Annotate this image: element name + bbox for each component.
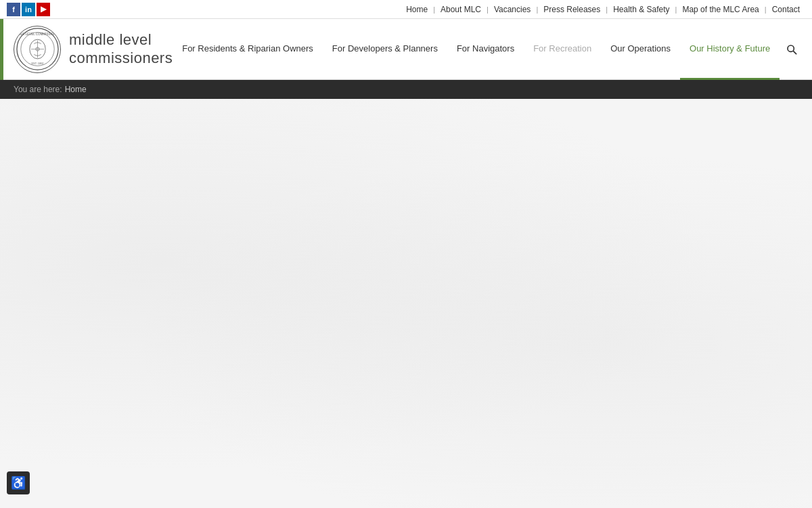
- top-link-contact[interactable]: Contact: [767, 5, 805, 14]
- facebook-icon[interactable]: f: [7, 3, 20, 16]
- nav-history[interactable]: Our History & Future: [680, 19, 780, 80]
- nav-recreation[interactable]: For Recreation: [524, 19, 601, 80]
- svg-text:MIDDLE LEVEL COMMISSIONERS: MIDDLE LEVEL COMMISSIONERS: [16, 33, 60, 36]
- top-link-map[interactable]: Map of the MLC Area: [677, 5, 764, 14]
- main-content: [0, 99, 812, 508]
- svg-line-9: [794, 51, 796, 54]
- bg-watermark: [0, 99, 812, 508]
- top-bar: f in ▶ Home | About MLC | Vacancies | Pr…: [0, 0, 812, 19]
- logo-text: middle level commissioners: [69, 31, 173, 67]
- top-links: Home | About MLC | Vacancies | Press Rel…: [401, 5, 805, 14]
- top-link-health[interactable]: Health & Safety: [608, 5, 675, 14]
- accessibility-icon: ♿: [11, 475, 26, 490]
- search-icon[interactable]: [780, 19, 804, 80]
- logo-line1: middle level: [69, 31, 173, 49]
- nav-residents[interactable]: For Residents & Riparian Owners: [173, 19, 323, 80]
- linkedin-icon[interactable]: in: [22, 3, 35, 16]
- nav-operations[interactable]: Our Operations: [601, 19, 680, 80]
- breadcrumb-label: You are here:: [14, 85, 62, 94]
- top-link-about[interactable]: About MLC: [435, 5, 487, 14]
- header: MIDDLE LEVEL COMMISSIONERS EST. 1862 mid…: [0, 19, 812, 80]
- accessibility-button[interactable]: ♿: [7, 471, 30, 494]
- svg-text:EST. 1862: EST. 1862: [31, 62, 43, 65]
- top-link-home[interactable]: Home: [401, 5, 433, 14]
- breadcrumb-bar: You are here: Home: [0, 80, 812, 99]
- logo-line2: commissioners: [69, 49, 173, 67]
- social-icons: f in ▶: [7, 3, 50, 16]
- main-nav: For Residents & Riparian Owners For Deve…: [173, 19, 804, 80]
- logo-area[interactable]: MIDDLE LEVEL COMMISSIONERS EST. 1862 mid…: [14, 26, 173, 73]
- breadcrumb-home[interactable]: Home: [65, 85, 87, 94]
- nav-developers[interactable]: For Developers & Planners: [323, 19, 447, 80]
- top-link-press[interactable]: Press Releases: [538, 5, 606, 14]
- top-link-vacancies[interactable]: Vacancies: [489, 5, 536, 14]
- logo-circle: MIDDLE LEVEL COMMISSIONERS EST. 1862: [14, 26, 61, 73]
- youtube-icon[interactable]: ▶: [37, 3, 50, 16]
- nav-navigators[interactable]: For Navigators: [447, 19, 524, 80]
